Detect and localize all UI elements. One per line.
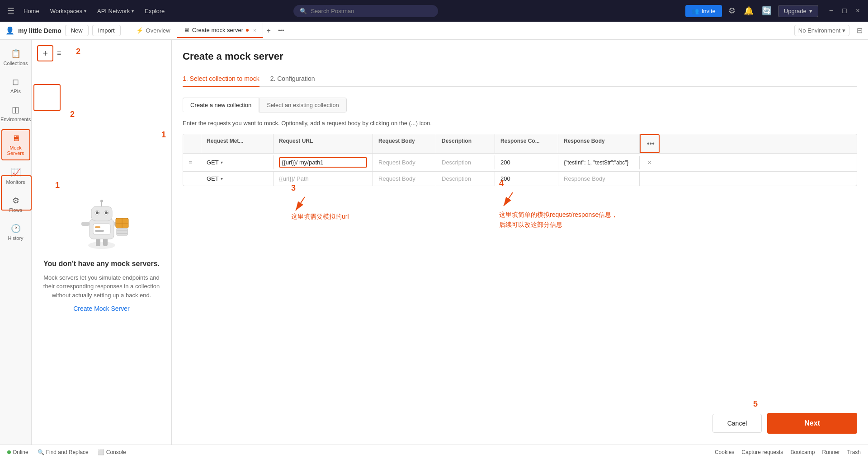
minimize-button[interactable]: − bbox=[826, 6, 836, 16]
th-response-body: Response Body bbox=[558, 134, 640, 153]
cookies-button[interactable]: Cookies bbox=[715, 449, 734, 455]
sidebar-item-flows[interactable]: ⚙ Flows bbox=[1, 192, 30, 216]
console-icon: ⬜ bbox=[98, 449, 104, 455]
annotation-5-number: 5 bbox=[753, 399, 758, 409]
empty-panel-description: Mock servers let you simulate endpoints … bbox=[37, 273, 166, 300]
collection-type-tabs: Create a new collection Select an existi… bbox=[183, 98, 857, 112]
filter-icon[interactable]: ≡ bbox=[57, 49, 61, 57]
row1-url[interactable] bbox=[274, 154, 373, 171]
trash-button[interactable]: Trash bbox=[847, 449, 861, 455]
console-button[interactable]: ⬜ Console bbox=[98, 449, 126, 455]
annotation-4-group: 4 这里填简单的模拟request/response信息， 后续可以改这部分信息 bbox=[499, 179, 618, 230]
svg-rect-7 bbox=[91, 206, 112, 221]
maximize-button[interactable]: □ bbox=[840, 6, 849, 16]
sidebar-item-monitors[interactable]: 📈 Monitors bbox=[1, 164, 30, 188]
content-wrapper: Create a mock server 1. Select collectio… bbox=[183, 51, 857, 434]
row1-description[interactable]: Description bbox=[436, 155, 495, 169]
runner-button[interactable]: Runner bbox=[822, 449, 840, 455]
collections-icon: 📋 bbox=[11, 49, 21, 59]
add-collection-button[interactable]: + bbox=[37, 45, 53, 61]
unsaved-indicator bbox=[246, 29, 249, 32]
row2-url[interactable]: {{url}}/ Path bbox=[274, 172, 373, 186]
th-url: Request URL bbox=[274, 134, 373, 153]
tab-close-icon[interactable]: × bbox=[253, 28, 256, 33]
method-chevron-icon: ▾ bbox=[221, 160, 223, 165]
sync-icon[interactable]: 🔄 bbox=[760, 4, 774, 18]
nav-explore[interactable]: Explore bbox=[141, 6, 168, 16]
mock-servers-icon: 🖥 bbox=[12, 134, 20, 143]
svg-point-13 bbox=[100, 200, 103, 202]
more-tabs-button[interactable]: ••• bbox=[274, 23, 288, 37]
row1-delete[interactable]: × bbox=[640, 155, 660, 170]
annotation-4-arrow-icon bbox=[499, 190, 517, 208]
url-input-1[interactable] bbox=[279, 157, 367, 168]
step-2[interactable]: 2. Configuration bbox=[270, 71, 315, 87]
row1-response-code[interactable]: 200 bbox=[495, 155, 558, 169]
collections-panel-header: + ≡ bbox=[37, 45, 166, 61]
nav-workspaces[interactable]: Workspaces ▾ bbox=[47, 6, 90, 16]
workspaces-chevron-icon: ▾ bbox=[84, 9, 86, 14]
select-existing-collection-tab[interactable]: Select an existing collection bbox=[259, 98, 347, 112]
annotation-3-group: 3 这里填需要模拟的url bbox=[291, 183, 349, 221]
annotation-3-text: 这里填需要模拟的url bbox=[291, 213, 349, 221]
th-description: Description bbox=[436, 134, 495, 153]
upgrade-chevron-icon: ▾ bbox=[809, 8, 812, 14]
nav-home[interactable]: Home bbox=[20, 6, 43, 16]
row2-method[interactable]: GET ▾ bbox=[201, 172, 274, 186]
tab-overview[interactable]: ⚡ Overview bbox=[130, 23, 177, 37]
api-network-chevron-icon: ▾ bbox=[132, 9, 134, 14]
row2-response-body[interactable]: Response Body bbox=[558, 172, 640, 186]
mock-server-tab-icon: 🖥 bbox=[184, 27, 189, 33]
row2-response-code[interactable]: 200 bbox=[495, 172, 558, 186]
environment-selector[interactable]: No Environment ▾ bbox=[794, 25, 849, 36]
row1-response-body[interactable]: {"testInt": 1, "testStr":"abc"} bbox=[558, 156, 640, 169]
next-button[interactable]: Next bbox=[767, 413, 857, 434]
sidebar-item-apis[interactable]: ◻ APIs bbox=[1, 73, 30, 98]
search-placeholder: Search Postman bbox=[311, 8, 354, 14]
main-layout: 📋 Collections ◻ APIs ◫ Environments 🖥 Mo… bbox=[0, 40, 868, 445]
th-body: Request Body bbox=[373, 134, 436, 153]
top-navigation: ☰ Home Workspaces ▾ API Network ▾ Explor… bbox=[0, 0, 868, 22]
close-button[interactable]: × bbox=[853, 6, 863, 16]
bootcamp-button[interactable]: Bootcamp bbox=[790, 449, 815, 455]
drag-handle-icon[interactable]: ≡ bbox=[189, 159, 192, 166]
delete-row1-button[interactable]: × bbox=[647, 159, 651, 167]
hamburger-menu[interactable]: ☰ bbox=[5, 4, 16, 18]
steps-navigation: 1. Select collection to mock 2. Configur… bbox=[183, 71, 857, 87]
flows-icon: ⚙ bbox=[12, 196, 19, 206]
sidebar-item-environments[interactable]: ◫ Environments bbox=[1, 101, 30, 126]
row2-request-body[interactable]: Request Body bbox=[373, 172, 436, 186]
create-mock-server-link[interactable]: Create Mock Server bbox=[73, 305, 129, 312]
search-bar[interactable]: 🔍 Search Postman bbox=[293, 5, 438, 17]
sidebar-item-mock-servers[interactable]: 🖥 Mock Servers bbox=[1, 129, 30, 160]
settings-icon[interactable]: ⚙ bbox=[726, 4, 737, 18]
row1-method[interactable]: GET ▾ bbox=[201, 155, 274, 169]
nav-api-network[interactable]: API Network ▾ bbox=[94, 6, 137, 16]
expand-arrow-icon: ↓ bbox=[655, 134, 659, 135]
capture-requests-button[interactable]: Capture requests bbox=[741, 449, 783, 455]
new-button[interactable]: New bbox=[65, 25, 89, 36]
svg-rect-15 bbox=[95, 226, 100, 228]
step-1[interactable]: 1. Select collection to mock bbox=[183, 71, 259, 87]
expand-columns-button[interactable]: ••• bbox=[645, 138, 656, 150]
workspace-icon: 👤 bbox=[5, 26, 14, 35]
new-tab-button[interactable]: + bbox=[263, 23, 274, 38]
sidebar-item-history[interactable]: 🕐 History bbox=[1, 220, 30, 244]
invite-button[interactable]: 👥 Invite bbox=[685, 5, 722, 17]
sidebar-item-collections[interactable]: 📋 Collections bbox=[1, 45, 30, 70]
row2-handle bbox=[183, 175, 201, 183]
tab-create-mock-server[interactable]: 🖥 Create mock server × bbox=[177, 23, 263, 38]
cancel-button[interactable]: Cancel bbox=[712, 414, 762, 433]
upgrade-button[interactable]: Upgrade ▾ bbox=[778, 5, 818, 17]
workspace-bar: 👤 my little Demo New Import ⚡ Overview 🖥… bbox=[0, 22, 868, 40]
notification-icon[interactable]: 🔔 bbox=[742, 4, 755, 18]
th-handle bbox=[183, 134, 201, 153]
create-new-collection-tab[interactable]: Create a new collection bbox=[183, 98, 259, 112]
layout-icon[interactable]: ⊟ bbox=[857, 26, 863, 35]
env-chevron-icon: ▾ bbox=[842, 27, 845, 34]
import-button[interactable]: Import bbox=[92, 25, 121, 36]
monitors-icon: 📈 bbox=[11, 168, 21, 178]
find-replace-button[interactable]: 🔍 Find and Replace bbox=[38, 449, 89, 455]
row2-description[interactable]: Description bbox=[436, 172, 495, 186]
row1-request-body[interactable]: Request Body bbox=[373, 155, 436, 169]
